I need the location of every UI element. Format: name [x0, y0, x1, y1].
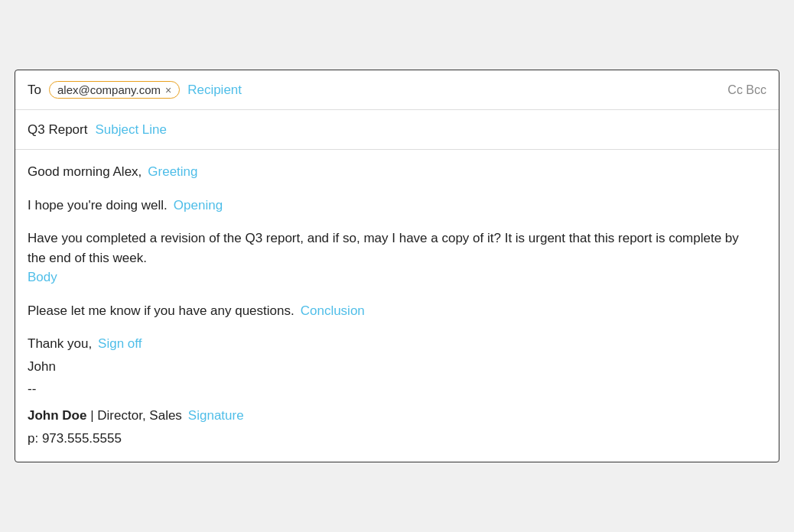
body-annotation: Body [28, 268, 57, 287]
separator-text: -- [28, 379, 36, 399]
to-row: To alex@company.com × Recipient Cc Bcc [15, 70, 779, 110]
signature-title: | Director, Sales [86, 408, 181, 423]
sender-name: John [28, 357, 56, 377]
opening-annotation: Opening [174, 196, 223, 216]
subject-row: Q3 Report Subject Line [15, 110, 779, 150]
conclusion-annotation: Conclusion [301, 301, 365, 321]
conclusion-line: Please let me know if you have any quest… [28, 301, 766, 321]
recipient-chip[interactable]: alex@company.com × [49, 81, 180, 99]
email-compose-window: To alex@company.com × Recipient Cc Bcc Q… [15, 70, 779, 462]
to-label: To [28, 83, 41, 98]
signoff-text: Thank you, [28, 334, 92, 354]
conclusion-text: Please let me know if you have any quest… [28, 301, 294, 321]
greeting-line: Good morning Alex, Greeting [28, 162, 766, 182]
name-line: John [28, 357, 766, 377]
subject-annotation: Subject Line [95, 122, 167, 138]
body-text: Have you completed a revision of the Q3 … [28, 229, 760, 268]
signature-name-bold: John Doe [28, 408, 86, 423]
signoff-block: Thank you, Sign off John -- [28, 334, 766, 399]
body-line: Have you completed a revision of the Q3 … [28, 229, 766, 287]
phone-line: p: 973.555.5555 [28, 431, 766, 446]
opening-line: I hope you're doing well. Opening [28, 196, 766, 216]
body-area: Good morning Alex, Greeting I hope you'r… [15, 150, 779, 462]
subject-text: Q3 Report [28, 122, 87, 138]
signature-name-line: John Doe | Director, Sales Signature [28, 408, 766, 427]
signature-annotation: Signature [188, 408, 244, 423]
greeting-annotation: Greeting [148, 162, 197, 182]
remove-recipient-button[interactable]: × [165, 84, 171, 96]
separator-line: -- [28, 379, 766, 399]
signature-name: John Doe | Director, Sales [28, 408, 182, 423]
signature-block: John Doe | Director, Sales Signature p: … [28, 408, 766, 446]
greeting-text: Good morning Alex, [28, 162, 142, 182]
cc-bcc-button[interactable]: Cc Bcc [727, 83, 766, 97]
signoff-annotation: Sign off [98, 336, 142, 352]
opening-text: I hope you're doing well. [28, 196, 168, 216]
phone-text: p: 973.555.5555 [28, 431, 122, 446]
signoff-line: Thank you, Sign off [28, 334, 766, 354]
recipient-annotation: Recipient [187, 83, 242, 98]
recipient-email: alex@company.com [57, 83, 161, 96]
